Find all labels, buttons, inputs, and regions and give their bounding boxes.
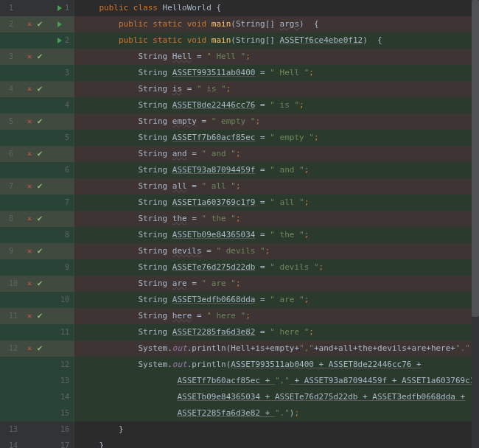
code-row[interactable]: 3✕✔ String Hell = " Hell "; — [0, 49, 479, 65]
accept-icon[interactable]: ✔ — [35, 212, 44, 225]
code-row[interactable]: 5✕✔ String empty = " empty "; — [0, 113, 479, 130]
accept-icon[interactable]: ✔ — [35, 180, 44, 192]
code-row[interactable]: 12 System.out.println(ASSET993511ab0400 … — [0, 357, 479, 373]
code-row[interactable]: 3 String ASSET993511ab0400 = " Hell "; — [0, 65, 479, 81]
code-row[interactable]: 1417 } — [0, 438, 479, 448]
code-line[interactable]: public static void main(String[] args) { — [74, 16, 479, 32]
code-row[interactable]: 4 String ASSET8de22446cc76 = " is "; — [0, 97, 479, 113]
code-line[interactable]: String ASSET2285fa6d3e82 = " here "; — [74, 324, 479, 340]
reject-icon[interactable]: ✕ — [25, 83, 34, 95]
code-line[interactable]: String here = " here "; — [74, 308, 479, 324]
gutter[interactable]: 5✕✔ — [0, 113, 74, 130]
accept-icon[interactable]: ✔ — [35, 147, 44, 160]
code-row[interactable]: 12✕✔ System.out.println(Hell+is+empty+",… — [0, 340, 479, 357]
gutter[interactable]: 3 — [0, 65, 74, 81]
code-row[interactable]: 14 ASSETb09e84365034 + ASSETe76d275d22db… — [0, 389, 479, 405]
gutter[interactable]: 1316 — [0, 421, 74, 438]
reject-icon[interactable]: ✕ — [25, 278, 34, 290]
code-row[interactable]: 7 String ASSET1a603769c1f9 = " all "; — [0, 195, 479, 211]
code-line[interactable]: String the = " the "; — [74, 211, 479, 227]
diff-editor[interactable]: 11 public class HelloWorld {2✕✔ public s… — [0, 0, 479, 448]
gutter[interactable]: 11 — [0, 324, 74, 340]
code-line[interactable]: String are = " are "; — [74, 276, 479, 292]
code-line[interactable]: String ASSET8de22446cc76 = " is "; — [74, 97, 479, 113]
code-row[interactable]: 6 String ASSET93a87094459f = " and "; — [0, 162, 479, 178]
code-row[interactable]: 10✕✔ String are = " are "; — [0, 276, 479, 292]
reject-icon[interactable]: ✕ — [25, 116, 34, 127]
code-row[interactable]: 6✕✔ String and = " and "; — [0, 146, 479, 162]
code-line[interactable]: ASSET2285fa6d3e82 + "."); — [74, 405, 479, 421]
gutter[interactable]: 14 — [0, 389, 74, 405]
code-line[interactable]: String ASSET93a87094459f = " and "; — [74, 162, 479, 178]
code-line[interactable]: ASSETf7b60acf85ec + "," + ASSET93a870944… — [74, 373, 479, 389]
gutter[interactable]: 15 — [0, 405, 74, 421]
gutter[interactable]: 10 — [0, 292, 74, 308]
code-row[interactable]: 4✕✔ String is = " is "; — [0, 81, 479, 97]
code-line[interactable]: String ASSET1a603769c1f9 = " all "; — [74, 195, 479, 211]
gutter[interactable]: 12✕✔ — [0, 340, 74, 357]
code-line[interactable]: public static void main(String[] ASSETf6… — [74, 32, 479, 49]
code-row[interactable]: 7✕✔ String all = " all "; — [0, 178, 479, 195]
code-line[interactable]: System.out.println(ASSET993511ab0400 + A… — [74, 357, 479, 373]
gutter[interactable]: 7✕✔ — [0, 178, 74, 195]
code-line[interactable]: String Hell = " Hell "; — [74, 49, 479, 65]
code-row[interactable]: 11✕✔ String here = " here "; — [0, 308, 479, 324]
reject-icon[interactable]: ✕ — [25, 343, 34, 354]
code-row[interactable]: 10 String ASSET3edfb0668dda = " are "; — [0, 292, 479, 308]
gutter[interactable]: 4✕✔ — [0, 81, 74, 97]
code-line[interactable]: } — [74, 421, 479, 438]
gutter[interactable]: 7 — [0, 195, 74, 211]
code-line[interactable]: } — [74, 438, 479, 448]
accept-icon[interactable]: ✔ — [35, 277, 44, 290]
accept-icon[interactable]: ✔ — [35, 245, 44, 257]
gutter[interactable]: 11✕✔ — [0, 308, 74, 324]
gutter[interactable]: 12 — [0, 357, 74, 373]
code-row[interactable]: 1316 } — [0, 421, 479, 438]
code-row[interactable]: 8 String ASSETb09e84365034 = " the "; — [0, 227, 479, 243]
accept-icon[interactable]: ✔ — [35, 342, 44, 354]
code-line[interactable]: String ASSETb09e84365034 = " the "; — [74, 227, 479, 243]
gutter[interactable]: 9✕✔ — [0, 243, 74, 259]
accept-icon[interactable]: ✔ — [35, 18, 44, 30]
gutter[interactable]: 1417 — [0, 438, 74, 448]
reject-icon[interactable]: ✕ — [25, 51, 34, 63]
code-row[interactable]: 5 String ASSETf7b60acf85ec = " empty "; — [0, 130, 479, 146]
gutter[interactable]: 9 — [0, 259, 74, 276]
code-line[interactable]: String ASSETf7b60acf85ec = " empty "; — [74, 130, 479, 146]
gutter[interactable]: 10✕✔ — [0, 276, 74, 292]
code-line[interactable]: ASSETb09e84365034 + ASSETe76d275d22db + … — [74, 389, 479, 405]
code-row[interactable]: 13 ASSETf7b60acf85ec + "," + ASSET93a870… — [0, 373, 479, 389]
gutter[interactable]: 8✕✔ — [0, 211, 74, 227]
code-line[interactable]: String ASSET3edfb0668dda = " are "; — [74, 292, 479, 308]
code-row[interactable]: 9 String ASSETe76d275d22db = " devils "; — [0, 259, 479, 276]
code-line[interactable]: public class HelloWorld { — [74, 0, 479, 16]
code-line[interactable]: String ASSETe76d275d22db = " devils "; — [74, 259, 479, 276]
code-line[interactable]: String all = " all "; — [74, 178, 479, 195]
code-line[interactable]: System.out.println(Hell+is+empty+","+and… — [74, 340, 479, 357]
scrollbar-thumb[interactable] — [472, 0, 479, 317]
gutter[interactable]: 4 — [0, 97, 74, 113]
reject-icon[interactable]: ✕ — [25, 213, 34, 225]
gutter[interactable]: 2✕✔ — [0, 16, 74, 32]
reject-icon[interactable]: ✕ — [25, 181, 34, 192]
code-row[interactable]: 15 ASSET2285fa6d3e82 + "."); — [0, 405, 479, 421]
gutter[interactable]: 11 — [0, 0, 74, 16]
gutter[interactable]: 13 — [0, 373, 74, 389]
gutter[interactable]: 5 — [0, 130, 74, 146]
reject-icon[interactable]: ✕ — [25, 245, 34, 257]
code-line[interactable]: String ASSET993511ab0400 = " Hell "; — [74, 65, 479, 81]
run-icon[interactable] — [57, 5, 62, 11]
reject-icon[interactable]: ✕ — [25, 148, 34, 160]
reject-icon[interactable]: ✕ — [25, 310, 34, 322]
code-row[interactable]: 8✕✔ String the = " the "; — [0, 211, 479, 227]
accept-icon[interactable]: ✔ — [35, 115, 44, 127]
scrollbar-track[interactable] — [472, 0, 479, 448]
code-row[interactable]: 2 public static void main(String[] ASSET… — [0, 32, 479, 49]
run-icon[interactable] — [57, 38, 62, 43]
gutter[interactable]: 6✕✔ — [0, 146, 74, 162]
gutter[interactable]: 3✕✔ — [0, 49, 74, 65]
code-line[interactable]: String is = " is "; — [74, 81, 479, 97]
accept-icon[interactable]: ✔ — [35, 309, 44, 322]
run-icon[interactable] — [57, 21, 62, 27]
code-line[interactable]: String and = " and "; — [74, 146, 479, 162]
